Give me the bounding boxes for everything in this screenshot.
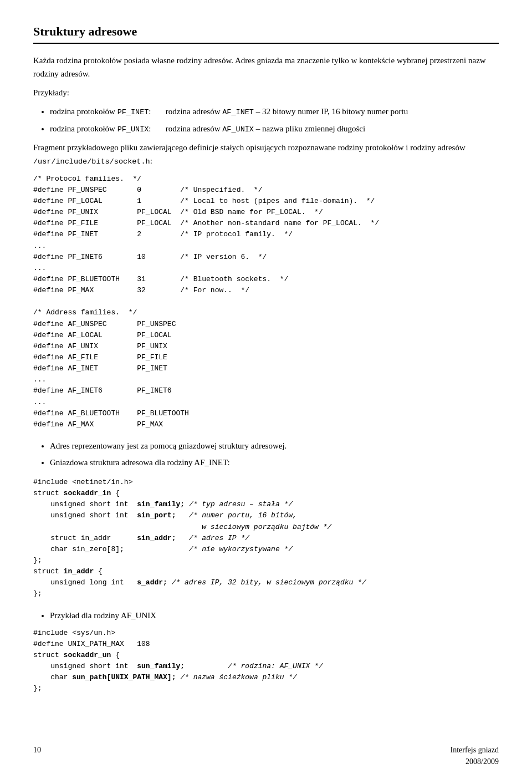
intro-text: Każda rodzina protokołów posiada własne … xyxy=(33,56,486,78)
bullet2-item2: Gniazdowa struktura adresowa dla rodziny… xyxy=(50,456,499,469)
examples-label: Przykłady: xyxy=(33,86,499,99)
bullet-list-3: Przykład dla rodziny AF_UNIX xyxy=(50,609,499,622)
fragment-description: Fragment przykładowego pliku zawierające… xyxy=(33,141,499,168)
intro-paragraph: Każda rodzina protokołów posiada własne … xyxy=(33,54,499,80)
fragment-path: /usr/include/bits/socket.h xyxy=(33,157,150,166)
code-block-sockaddr-in: #include <netinet/in.h> struct sockaddr_… xyxy=(33,477,499,600)
example-item-2: rodzina protokołów PF_UNIX: rodzina adre… xyxy=(50,122,499,136)
footer-year: 2008/2009 xyxy=(451,756,499,767)
bullet2-item1: Adres reprezentowany jest za pomocą gnia… xyxy=(50,439,499,452)
code-block-sockaddr-un: #include <sys/un.h> #define UNIX_PATH_MA… xyxy=(33,628,499,695)
footer-title: Interfejs gniazd xyxy=(451,744,499,756)
bullet3-item1: Przykład dla rodziny AF_UNIX xyxy=(50,609,499,622)
footer-page-number: 10 xyxy=(33,744,41,767)
footer-right: Interfejs gniazd 2008/2009 xyxy=(451,744,499,767)
code-block-socket-h: /* Protocol families. */ #define PF_UNSP… xyxy=(33,174,499,430)
examples-list: rodzina protokołów PF_INET: rodzina adre… xyxy=(50,105,499,135)
page-title: Struktury adresowe xyxy=(33,22,499,44)
example-item-1: rodzina protokołów PF_INET: rodzina adre… xyxy=(50,105,499,119)
bullet-list-2: Adres reprezentowany jest za pomocą gnia… xyxy=(50,439,499,469)
footer: 10 Interfejs gniazd 2008/2009 xyxy=(0,744,532,767)
fragment-text: Fragment przykładowego pliku zawierające… xyxy=(33,143,466,152)
